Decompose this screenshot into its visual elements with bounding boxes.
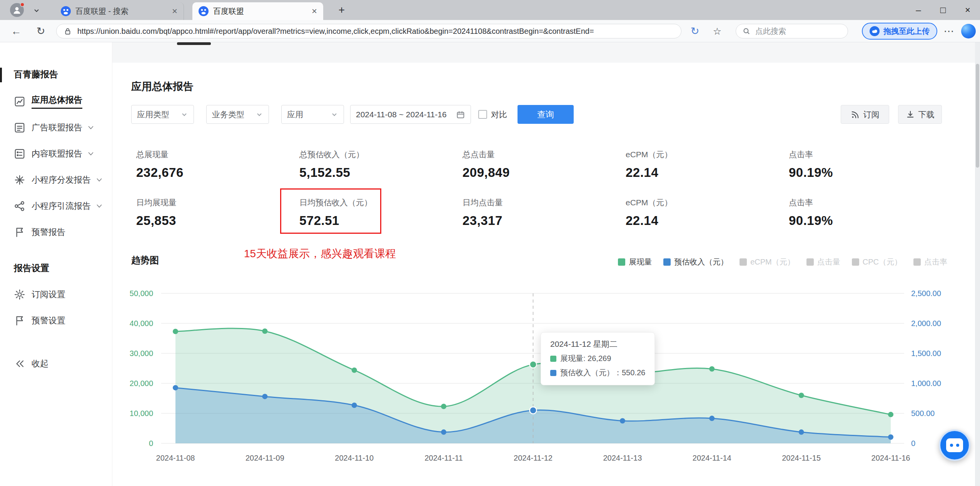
refresh-button[interactable]: ↻ xyxy=(33,24,48,38)
legend-swatch xyxy=(740,258,747,266)
tab-strip: 百度联盟 - 搜索 × 百度联盟 × + – □ × xyxy=(0,0,980,20)
sidebar-item-overall-report[interactable]: 应用总体报告 xyxy=(0,88,112,115)
download-label: 下载 xyxy=(918,109,935,120)
legend-swatch xyxy=(663,258,671,266)
app-type-select[interactable]: 应用类型 xyxy=(131,105,194,124)
tooltip-title: 2024-11-12 星期二 xyxy=(550,339,645,350)
subscribe-label: 订阅 xyxy=(863,109,880,120)
browser-window: 百度联盟 - 搜索 × 百度联盟 × + – □ × ← ↻ https://u… xyxy=(0,0,980,486)
select-value: 应用 xyxy=(287,109,303,120)
window-close-button[interactable]: × xyxy=(955,0,980,20)
sidebar-section-title: 百青藤报告 xyxy=(14,68,58,80)
legend-item[interactable]: 预估收入（元） xyxy=(663,257,728,267)
page-action-icon[interactable]: ↻ xyxy=(687,24,703,38)
select-value: 业务类型 xyxy=(212,109,244,120)
sidebar-item-label: 应用总体报告 xyxy=(32,94,82,109)
legend-swatch xyxy=(913,258,921,266)
query-button[interactable]: 查询 xyxy=(518,105,574,124)
highlight-box xyxy=(280,188,381,234)
stat-cell: eCPM（元）22.14 xyxy=(626,149,789,180)
compare-label: 对比 xyxy=(491,109,507,120)
grid-burst-icon xyxy=(14,174,25,186)
sidebar-menu: 应用总体报告广告联盟报告内容联盟报告小程序分发报告小程序引流报告预警报告 xyxy=(0,88,112,245)
stat-cell: 总预估收入（元）5,152.55 xyxy=(299,149,462,180)
chevron-down-icon xyxy=(95,201,104,211)
sidebar-item-ad-union-report[interactable]: 广告联盟报告 xyxy=(0,115,112,141)
tooltip-rows: 展现量: 26,269预估收入（元）：550.26 xyxy=(550,353,645,378)
sidebar-item-label: 内容联盟报告 xyxy=(32,148,82,160)
tab-actions-button[interactable] xyxy=(31,5,42,16)
favorite-star-icon[interactable]: ☆ xyxy=(710,24,725,38)
chevron-down-icon xyxy=(86,123,95,132)
page-top-dark-bar xyxy=(177,42,211,45)
sidebar-item-subscribe-settings[interactable]: 订阅设置 xyxy=(0,281,112,308)
tab-close-icon[interactable]: × xyxy=(172,6,177,17)
legend-item[interactable]: 点击量 xyxy=(806,257,840,267)
browser-assistant-fab[interactable] xyxy=(939,429,970,461)
sidebar-collapse: 收起 xyxy=(0,351,112,377)
stat-value: 22.14 xyxy=(626,165,789,180)
sidebar-item-label: 广告联盟报告 xyxy=(32,122,82,133)
legend-item[interactable]: 点击率 xyxy=(913,257,947,267)
sidebar-item-miniapp-referral-report[interactable]: 小程序引流报告 xyxy=(0,193,112,219)
subscribe-button[interactable]: 订阅 xyxy=(841,105,889,124)
stat-cell: 总展现量232,676 xyxy=(136,149,299,180)
sidebar-settings-menu: 订阅设置预警设置 xyxy=(0,281,112,334)
browser-tab-search[interactable]: 百度联盟 - 搜索 × xyxy=(55,2,184,20)
url-text: https://union.baidu.com/bqt/appco.html#/… xyxy=(77,27,594,36)
chevron-down-icon xyxy=(331,111,338,118)
report-sidebar: 百青藤报告 应用总体报告广告联盟报告内容联盟报告小程序分发报告小程序引流报告预警… xyxy=(0,42,112,486)
tab-close-icon[interactable]: × xyxy=(312,6,317,17)
new-tab-button[interactable]: + xyxy=(336,4,348,16)
sidebar-item-alert-report[interactable]: 预警报告 xyxy=(0,219,112,245)
copilot-icon[interactable] xyxy=(961,24,976,38)
window-maximize-button[interactable]: □ xyxy=(931,0,955,20)
quick-search-box[interactable]: 点此搜索 xyxy=(736,24,848,38)
legend-item[interactable]: eCPM（元） xyxy=(740,257,795,267)
compare-checkbox[interactable] xyxy=(478,110,487,119)
share-nodes-icon xyxy=(14,200,25,212)
stat-label: 日均点击量 xyxy=(462,197,626,208)
sidebar-item-collapse[interactable]: 收起 xyxy=(0,351,112,377)
stat-label: 总预估收入（元） xyxy=(299,149,462,160)
back-button[interactable]: ← xyxy=(8,24,24,38)
scrollbar-thumb[interactable] xyxy=(976,64,979,168)
sidebar-item-label: 小程序分发报告 xyxy=(32,174,91,186)
download-button[interactable]: 下载 xyxy=(898,105,942,124)
more-menu-button[interactable]: ⋯ xyxy=(941,24,957,38)
sidebar-item-content-union-report[interactable]: 内容联盟报告 xyxy=(0,141,112,167)
search-icon xyxy=(742,27,751,35)
business-type-select[interactable]: 业务类型 xyxy=(206,105,269,124)
stat-label: 点击率 xyxy=(789,197,952,208)
chart-title: 趋势图 xyxy=(131,254,159,266)
sidebar-item-label: 预警设置 xyxy=(32,315,65,326)
person-icon xyxy=(12,5,22,15)
chevron-down-icon xyxy=(86,149,95,158)
legend-label: CPC（元） xyxy=(863,257,902,267)
netdisk-upload-button[interactable]: 拖拽至此上传 xyxy=(862,23,937,40)
assistant-icon xyxy=(946,438,963,452)
date-range-value: 2024-11-08 ~ 2024-11-16 xyxy=(356,110,447,119)
sidebar-item-label: 订阅设置 xyxy=(32,289,65,300)
window-minimize-button[interactable]: – xyxy=(906,0,931,20)
legend-label: eCPM（元） xyxy=(750,257,795,267)
stat-value: 232,676 xyxy=(136,165,299,180)
sidebar-item-miniapp-distribution-report[interactable]: 小程序分发报告 xyxy=(0,167,112,193)
sidebar-item-alert-settings[interactable]: 预警设置 xyxy=(0,308,112,334)
browser-tab-active[interactable]: 百度联盟 × xyxy=(192,2,323,20)
sidebar-item-label: 小程序引流报告 xyxy=(32,200,91,212)
chart-legend: 展现量预估收入（元）eCPM（元）点击量CPC（元）点击率 xyxy=(618,257,947,267)
legend-item[interactable]: CPC（元） xyxy=(852,257,902,267)
legend-swatch xyxy=(618,258,625,266)
address-bar[interactable]: https://union.baidu.com/bqt/appco.html#/… xyxy=(56,24,681,38)
profile-avatar[interactable] xyxy=(10,3,24,17)
legend-label: 预估收入（元） xyxy=(674,257,728,267)
collapse-arrows-icon xyxy=(14,358,25,369)
legend-swatch xyxy=(852,258,859,266)
site-info-lock-icon[interactable] xyxy=(63,27,72,35)
ad-doc-icon xyxy=(14,122,25,133)
legend-item[interactable]: 展现量 xyxy=(618,257,652,267)
stat-cell: 总点击量209,849 xyxy=(462,149,626,180)
date-range-picker[interactable]: 2024-11-08 ~ 2024-11-16 xyxy=(350,105,471,124)
app-select[interactable]: 应用 xyxy=(281,105,344,124)
